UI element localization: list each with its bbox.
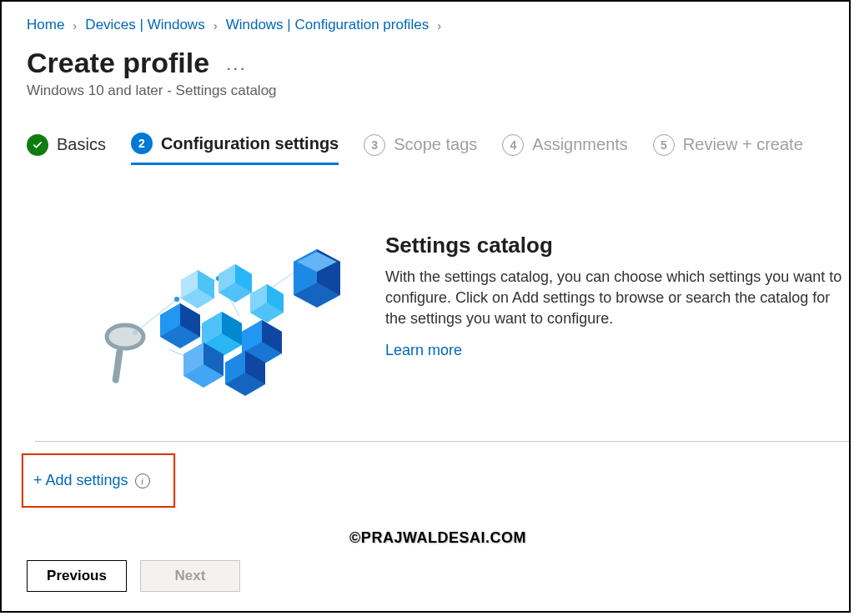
chevron-right-icon: › [214,18,218,33]
settings-catalog-panel: Settings catalog With the settings catal… [27,233,849,399]
step-number-icon: 2 [131,133,153,154]
step-review-create[interactable]: 5 Review + create [653,134,803,164]
step-assignments[interactable]: 4 Assignments [502,134,628,164]
page-title: Create profile [27,47,209,79]
section-divider [35,441,849,442]
next-button[interactable]: Next [140,560,240,592]
catalog-description: With the settings catalog, you can choos… [385,267,849,330]
chevron-right-icon: › [437,18,441,33]
add-settings-highlight: + Add settings i [22,453,175,508]
step-configuration-settings[interactable]: 2 Configuration settings [131,133,339,165]
wizard-footer: Previous Next [27,560,849,592]
step-label: Review + create [683,135,803,154]
svg-point-8 [174,297,179,302]
step-label: Configuration settings [161,134,339,153]
step-scope-tags[interactable]: 3 Scope tags [364,134,477,164]
breadcrumb: Home › Devices | Windows › Windows | Con… [27,17,849,33]
add-settings-link[interactable]: + Add settings [33,472,128,489]
step-number-icon: 5 [653,134,675,156]
catalog-illustration [85,233,352,399]
more-icon[interactable]: ··· [226,58,246,79]
breadcrumb-config-profiles[interactable]: Windows | Configuration profiles [226,17,429,33]
add-settings-label: + Add settings [33,472,128,489]
chevron-right-icon: › [73,18,77,33]
step-label: Basics [57,135,106,154]
info-icon[interactable]: i [135,473,150,488]
step-number-icon: 4 [502,134,524,156]
previous-button[interactable]: Previous [27,560,127,592]
check-icon [27,134,48,156]
step-label: Scope tags [394,135,477,154]
breadcrumb-home[interactable]: Home [27,17,64,33]
step-number-icon: 3 [364,134,385,156]
step-basics[interactable]: Basics [27,134,106,164]
page-subtitle: Windows 10 and later - Settings catalog [27,83,849,99]
catalog-heading: Settings catalog [385,233,849,258]
watermark-text: ©PRAJWALDESAI.COM [27,529,849,547]
step-label: Assignments [532,135,628,154]
wizard-stepper: Basics 2 Configuration settings 3 Scope … [27,133,849,166]
learn-more-link[interactable]: Learn more [385,342,462,358]
breadcrumb-devices-windows[interactable]: Devices | Windows [85,17,204,33]
svg-rect-41 [112,348,123,383]
